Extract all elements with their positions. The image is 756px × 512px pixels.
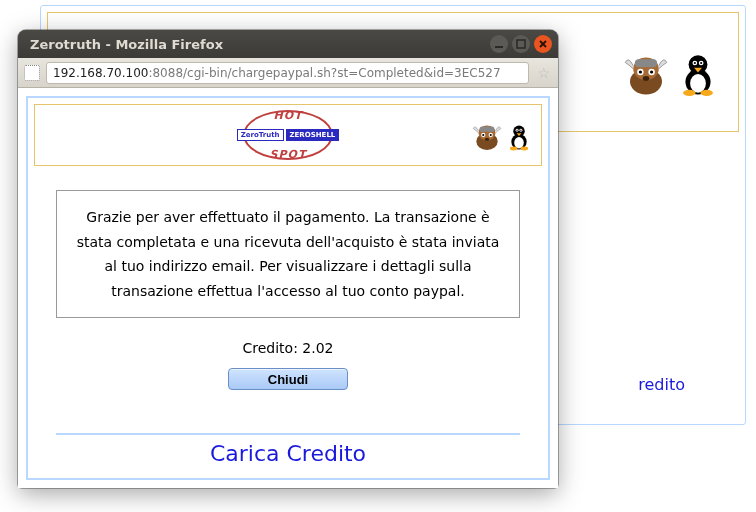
credit-line: Credito: 2.02 xyxy=(242,340,333,356)
credit-label: Credito: xyxy=(242,340,297,356)
thank-you-message: Grazie per aver effettuato il pagamento.… xyxy=(56,190,520,318)
banner-mascots xyxy=(471,119,531,151)
url-bar-row: 192.168.70.100:8088/cgi-bin/chargepaypal… xyxy=(18,58,558,88)
svg-point-33 xyxy=(520,130,521,131)
url-host: 192.168.70.100 xyxy=(53,66,148,80)
hotspot-logo: HOT SPOT ZeroTruth ZEROSHELL xyxy=(228,110,348,160)
svg-point-12 xyxy=(694,62,696,64)
close-icon xyxy=(538,39,548,49)
credit-value: 2.02 xyxy=(302,340,333,356)
svg-rect-18 xyxy=(517,40,525,48)
bg-credito-link-fragment[interactable]: redito xyxy=(638,375,685,394)
url-path: :8088/cgi-bin/chargepaypal.sh?st=Complet… xyxy=(148,66,500,80)
svg-point-16 xyxy=(700,90,713,96)
close-button[interactable]: Chiudi xyxy=(228,368,348,390)
logo-top-text: HOT xyxy=(273,109,302,122)
svg-point-7 xyxy=(643,76,649,81)
viking-mascot-icon xyxy=(622,48,670,96)
minimize-icon xyxy=(494,39,504,49)
svg-point-4 xyxy=(639,70,642,73)
tux-mascot-icon xyxy=(678,52,718,96)
svg-point-26 xyxy=(485,138,489,141)
tux-mascot-icon xyxy=(507,123,531,151)
svg-rect-2 xyxy=(635,59,657,67)
bg-mascots xyxy=(622,48,718,96)
svg-point-6 xyxy=(650,70,653,73)
svg-point-31 xyxy=(516,130,517,131)
logo-badge-zerotruth: ZeroTruth xyxy=(237,129,284,141)
svg-rect-21 xyxy=(480,126,495,131)
page-content: HOT SPOT ZeroTruth ZEROSHELL xyxy=(18,88,558,488)
svg-point-34 xyxy=(510,147,518,151)
maximize-button[interactable] xyxy=(512,35,530,53)
svg-point-23 xyxy=(482,134,484,136)
close-window-button[interactable] xyxy=(534,35,552,53)
logo-banner: HOT SPOT ZeroTruth ZEROSHELL xyxy=(34,104,542,166)
firefox-window: Zerotruth - Mozilla Firefox 192.168.70.1… xyxy=(18,30,558,488)
page-frame: HOT SPOT ZeroTruth ZEROSHELL xyxy=(26,96,550,480)
inner-content: Grazie per aver effettuato il pagamento.… xyxy=(28,172,548,478)
svg-point-28 xyxy=(514,137,524,149)
bookmark-star-icon[interactable]: ☆ xyxy=(535,65,552,81)
svg-point-9 xyxy=(690,74,706,93)
carica-credito-link[interactable]: Carica Credito xyxy=(210,441,366,466)
svg-point-14 xyxy=(700,62,702,64)
svg-point-35 xyxy=(520,147,528,151)
window-title: Zerotruth - Mozilla Firefox xyxy=(30,37,490,52)
svg-rect-17 xyxy=(495,46,503,48)
logo-bottom-text: SPOT xyxy=(270,148,307,161)
svg-point-25 xyxy=(490,134,492,136)
minimize-button[interactable] xyxy=(490,35,508,53)
svg-point-15 xyxy=(683,90,696,96)
carica-credito-section: Carica Credito xyxy=(56,433,520,472)
titlebar[interactable]: Zerotruth - Mozilla Firefox xyxy=(18,30,558,58)
logo-badge-zeroshell: ZEROSHELL xyxy=(286,129,340,141)
favicon-placeholder-icon xyxy=(24,65,40,81)
maximize-icon xyxy=(516,39,526,49)
url-input[interactable]: 192.168.70.100:8088/cgi-bin/chargepaypal… xyxy=(46,62,529,84)
viking-mascot-icon xyxy=(471,119,503,151)
